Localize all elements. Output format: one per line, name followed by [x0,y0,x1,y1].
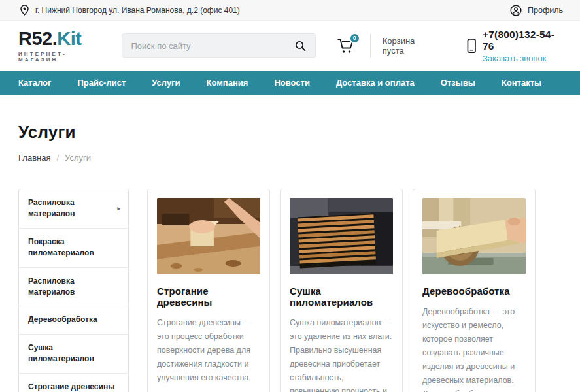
sidebar-item-label: Покраска пиломатериалов [28,237,120,259]
card-title: Сушка пиломатериалов [290,286,393,308]
service-card-stroganie[interactable]: Строгание древесины Строгание древесины … [147,189,270,392]
breadcrumb-separator: / [56,153,59,163]
lumber-stack-image [290,198,393,274]
sidebar-item-sushka[interactable]: Сушка пиломатериалов [19,335,128,374]
page-title: Услуги [18,122,562,142]
sidebar-item-raspilovka-1[interactable]: Распиловка материалов ▸ [19,189,128,229]
header: R52.Kit ИНТЕРНЕТ-МАГАЗИН 0 Корзина пуста [0,21,580,71]
nav-item-delivery[interactable]: Доставка и оплата [323,71,428,95]
logo-accent: Kit [57,28,81,49]
profile-icon [510,5,522,16]
sidebar-item-label: Распиловка материалов [28,276,120,299]
address-text: г. Нижний Новгород ул. Ивана Романова, д… [35,6,240,15]
content-row: Распиловка материалов ▸ Покраска пиломат… [18,189,562,392]
logo[interactable]: R52.Kit ИНТЕРНЕТ-МАГАЗИН [18,29,103,63]
card-description: Деревообработка — это искусство и ремесл… [422,305,526,392]
submenu-arrow-icon: ▸ [117,204,120,213]
cart-button[interactable]: 0 [337,35,356,57]
service-cards: Строгание древесины Строгание древесины … [147,189,536,392]
top-bar: г. Нижний Новгород ул. Ивана Романова, д… [0,0,580,21]
wood-planing-image [157,198,260,274]
logo-subtitle: ИНТЕРНЕТ-МАГАЗИН [18,51,103,63]
search-button[interactable] [294,39,307,53]
service-card-derevoobrabotka[interactable]: Деревообработка Деревообработка — это ис… [413,189,536,392]
phone-number-link[interactable]: +7(800)132-54-76 [483,29,563,52]
card-title: Строгание древесины [157,286,260,308]
breadcrumb-current: Услуги [65,153,91,163]
profile-label: Профиль [528,6,563,15]
phone-texts: +7(800)132-54-76 Заказать звонок [483,29,563,63]
sidebar-item-label: Распиловка материалов [28,197,113,220]
logo-text: R52.Kit [18,29,103,48]
nav-item-news[interactable]: Новости [261,71,323,95]
cart-status-text: Корзина пуста [383,36,435,56]
nav-item-services[interactable]: Услуги [139,71,193,95]
circular-saw-image [422,198,526,274]
sidebar-item-raspilovka-2[interactable]: Распиловка материалов [19,268,128,307]
card-description: Сушка пиломатериалов — это удаление из н… [290,316,393,392]
sidebar-item-label: Строгание древесины [28,382,114,392]
service-card-sushka[interactable]: Сушка пиломатериалов Сушка пиломатериало… [280,189,403,392]
sidebar-item-pokraska[interactable]: Покраска пиломатериалов [19,229,128,268]
card-description: Строгание древесины — это процесс обрабо… [157,316,260,385]
phone-icon [467,38,476,54]
nav-item-catalog[interactable]: Каталог [5,71,64,95]
search-icon [295,41,306,52]
services-sidebar-menu: Распиловка материалов ▸ Покраска пиломат… [18,189,129,392]
main-nav: Каталог Прайс-лист Услуги Компания Новос… [0,71,580,95]
sidebar-item-stroganie[interactable]: Строгание древесины [19,374,128,392]
cart-area: 0 Корзина пуста [337,33,435,58]
search-input[interactable] [131,41,294,51]
card-title: Деревообработка [422,286,526,297]
site-search [122,33,316,58]
callback-link[interactable]: Заказать звонок [483,54,563,63]
breadcrumb-home-link[interactable]: Главная [18,153,50,163]
sidebar-item-derevoobrabotka[interactable]: Деревообработка [19,306,128,334]
store-address: г. Нижний Новгород ул. Ивана Романова, д… [20,5,240,16]
divider [370,33,371,58]
sidebar-item-label: Сушка пиломатериалов [28,342,120,365]
nav-item-reviews[interactable]: Отзывы [428,71,488,95]
nav-item-pricelist[interactable]: Прайс-лист [64,71,139,95]
breadcrumb: Главная / Услуги [18,153,562,163]
nav-item-contacts[interactable]: Контакты [488,71,554,95]
location-pin-icon [20,5,29,16]
logo-primary: R52. [18,28,57,49]
page-content: Услуги Главная / Услуги Распиловка матер… [0,122,580,392]
nav-item-company[interactable]: Компания [194,71,262,95]
profile-button[interactable]: Профиль [510,5,563,16]
sidebar-item-label: Деревообработка [28,314,97,325]
cart-count-badge: 0 [349,33,360,44]
phone-area: +7(800)132-54-76 Заказать звонок [467,29,563,63]
